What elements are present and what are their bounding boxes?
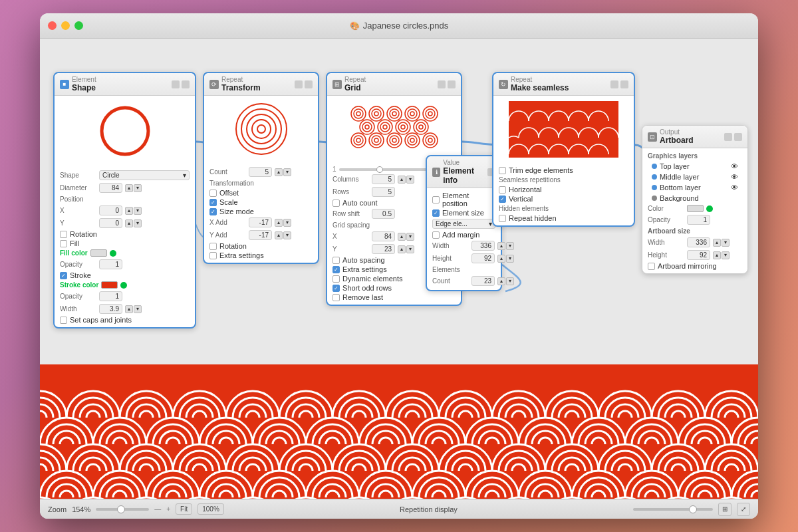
middle-layer-eye[interactable]: 👁	[731, 173, 738, 181]
rows-input[interactable]: 5	[372, 187, 395, 197]
horizontal-cb[interactable]	[499, 186, 506, 194]
diameter-down[interactable]: ▾	[134, 184, 142, 192]
grid-view-button[interactable]: ⊞	[718, 503, 732, 516]
edge-select[interactable]: Edge ele... ▾	[432, 219, 495, 229]
eiw-down[interactable]: ▾	[506, 242, 514, 250]
row-shift-input[interactable]: 0.5	[372, 209, 395, 219]
x-up[interactable]: ▴	[125, 207, 133, 215]
fill-color-swatch[interactable]	[90, 249, 107, 257]
remove-last-cb[interactable]	[332, 294, 340, 301]
gx-up[interactable]: ▴	[398, 233, 406, 241]
rotation-cb[interactable]	[60, 231, 67, 238]
top-layer-item[interactable]: Top layer 👁	[648, 161, 742, 172]
elem-size-cb[interactable]: ✓	[432, 209, 440, 217]
y-down[interactable]: ▾	[134, 219, 142, 227]
size-mode-cb[interactable]: ✓	[209, 208, 217, 215]
repeat-hidden-cb[interactable]	[499, 215, 506, 222]
eic-up[interactable]: ▴	[497, 277, 505, 285]
gy-input[interactable]: 23	[372, 244, 395, 254]
auto-spacing-cb[interactable]	[332, 257, 340, 264]
a-width-input[interactable]: 336	[687, 237, 710, 247]
t-rotation-cb[interactable]	[209, 243, 217, 250]
xa-up[interactable]: ▴	[275, 219, 283, 227]
offset-cb[interactable]	[209, 190, 217, 197]
stroke-color-swatch[interactable]	[101, 281, 118, 289]
fit-button[interactable]: Fit	[176, 503, 192, 515]
diameter-input[interactable]: 84	[99, 183, 122, 193]
diameter-up[interactable]: ▴	[125, 184, 133, 192]
percent-button[interactable]: 100%	[198, 503, 224, 515]
aw-up[interactable]: ▴	[713, 239, 721, 247]
artboard-icon: ⊡	[648, 132, 657, 142]
y-add-input[interactable]: -17	[249, 230, 272, 240]
eih-up[interactable]: ▴	[497, 255, 505, 263]
sw-up[interactable]: ▴	[125, 305, 133, 313]
a-height-input[interactable]: 92	[687, 250, 710, 260]
bottom-layer-item[interactable]: Bottom layer 👁	[648, 182, 742, 193]
ya-up[interactable]: ▴	[275, 231, 283, 239]
count-input[interactable]: 5	[249, 167, 272, 177]
x-input[interactable]: 0	[99, 205, 122, 215]
ei-height-input[interactable]: 92	[471, 253, 495, 263]
gy-label: Y	[332, 245, 369, 253]
caps-cb[interactable]	[60, 317, 67, 324]
eih-down[interactable]: ▾	[506, 255, 514, 263]
add-margin-cb[interactable]	[432, 231, 440, 239]
gx-input[interactable]: 84	[372, 231, 395, 241]
bottom-layer-eye[interactable]: 👁	[731, 184, 738, 192]
shape-select[interactable]: Circle ▾	[99, 170, 190, 180]
x-add-input[interactable]: -17	[249, 217, 272, 227]
col-up[interactable]: ▴	[398, 176, 406, 184]
ah-up[interactable]: ▴	[713, 251, 721, 259]
x-down[interactable]: ▾	[134, 207, 142, 215]
trim-cb[interactable]	[499, 167, 506, 174]
scale-label: Scale	[219, 198, 238, 206]
fullscreen-button[interactable]: ⤢	[737, 503, 750, 516]
g-extra-cb[interactable]: ✓	[332, 266, 340, 273]
stroke-cb[interactable]: ✓	[60, 272, 67, 279]
eic-down[interactable]: ▾	[506, 277, 514, 285]
close-button[interactable]	[48, 21, 57, 30]
fill-opacity-input[interactable]: 1	[99, 259, 122, 269]
gx-down[interactable]: ▾	[406, 233, 414, 241]
columns-input[interactable]: 5	[372, 174, 395, 184]
short-odd-cb[interactable]: ✓	[332, 285, 340, 292]
gy-down[interactable]: ▾	[406, 245, 414, 253]
size-mode-row: ✓ Size mode	[209, 207, 313, 216]
col-down[interactable]: ▾	[406, 176, 414, 184]
zoom-slider[interactable]	[96, 508, 149, 511]
stroke-width-input[interactable]: 3.9	[99, 304, 122, 314]
middle-layer-item[interactable]: Middle layer 👁	[648, 172, 742, 182]
count-down[interactable]: ▾	[283, 168, 291, 176]
svg-point-40	[390, 136, 399, 145]
extra-cb[interactable]	[209, 252, 217, 259]
scale-cb[interactable]: ✓	[209, 199, 217, 206]
mirror-cb[interactable]	[648, 263, 655, 270]
count-up[interactable]: ▴	[275, 168, 283, 176]
ei-width-input[interactable]: 336	[471, 241, 495, 251]
aw-down[interactable]: ▾	[722, 239, 730, 247]
vertical-cb[interactable]: ✓	[499, 196, 506, 203]
y-input[interactable]: 0	[99, 218, 122, 228]
rep-slider[interactable]	[633, 508, 713, 511]
elem-pos-cb[interactable]	[432, 196, 440, 203]
a-width-row: Width 336 ▴ ▾	[648, 236, 742, 249]
gy-up[interactable]: ▴	[398, 245, 406, 253]
eiw-up[interactable]: ▴	[497, 242, 505, 250]
top-layer-eye[interactable]: 👁	[731, 162, 738, 170]
ah-down[interactable]: ▾	[722, 251, 730, 259]
dynamic-cb[interactable]	[332, 275, 340, 283]
node-editor[interactable]: ■ Element Shape Shape C	[40, 39, 758, 364]
sw-down[interactable]: ▾	[134, 305, 142, 313]
minimize-button[interactable]	[61, 21, 70, 30]
xa-down[interactable]: ▾	[283, 219, 291, 227]
y-up[interactable]: ▴	[125, 219, 133, 227]
auto-count-cb[interactable]	[332, 200, 340, 207]
ya-down[interactable]: ▾	[283, 231, 291, 239]
stroke-opacity-input[interactable]: 1	[99, 291, 122, 301]
svg-point-17	[410, 112, 414, 116]
color-swatch[interactable]	[687, 205, 704, 212]
a-opacity-input[interactable]: 1	[687, 215, 710, 225]
maximize-button[interactable]	[74, 21, 83, 30]
fill-cb[interactable]	[60, 240, 67, 247]
